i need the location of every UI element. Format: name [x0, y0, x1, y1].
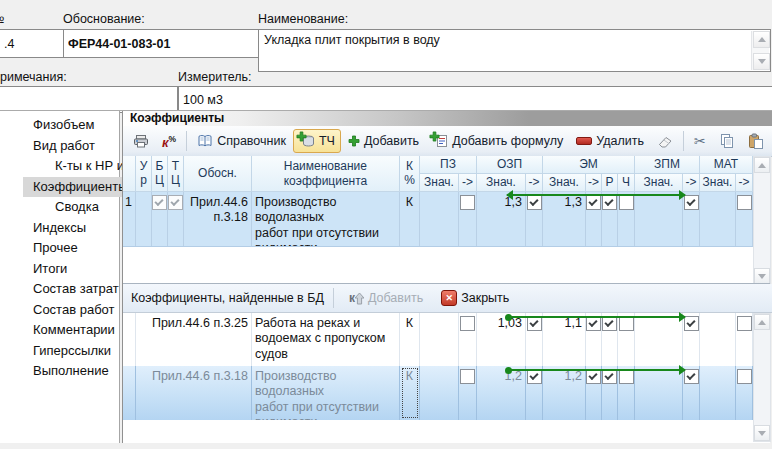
mat-apply-cell[interactable] [736, 313, 753, 366]
em-r-cell[interactable] [602, 192, 618, 246]
ozp-value-cell[interactable]: 1,3 [477, 192, 526, 246]
k-cell[interactable]: К [400, 192, 420, 246]
zpm-apply-cell[interactable] [683, 192, 700, 246]
pz-apply-cell[interactable] [459, 366, 477, 420]
em-apply-checkbox[interactable] [586, 369, 601, 384]
cut-button[interactable] [688, 129, 712, 153]
obosn-cell[interactable]: Прил.44.6 п.3.18 [136, 366, 252, 420]
ozp-apply-cell[interactable] [526, 313, 543, 366]
em-ch-cell[interactable] [618, 366, 635, 420]
name-textarea[interactable]: Укладка плит покрытия в воду [258, 29, 771, 72]
name-scrollbar[interactable] [751, 31, 769, 70]
ozp-value-cell[interactable]: 1,03 [477, 313, 526, 366]
pz-value-cell[interactable] [420, 313, 459, 366]
em-r-checkbox[interactable] [602, 316, 617, 331]
scroll-down-icon[interactable] [754, 268, 770, 284]
zpm-value-cell[interactable] [635, 192, 683, 246]
scroll-up-icon[interactable] [753, 31, 770, 48]
mat-apply-checkbox[interactable] [737, 316, 752, 331]
sidebar-item-koefficienty[interactable]: Коэффициенты [23, 177, 129, 197]
em-apply-checkbox[interactable] [586, 195, 601, 210]
name-cell[interactable]: Производство водолазных работ при отсутс… [252, 366, 400, 420]
zpm-value-cell[interactable] [635, 366, 683, 420]
tc-cell[interactable] [168, 192, 184, 246]
ozp-value-cell[interactable]: 1,2 [477, 366, 526, 420]
table-scrollbar[interactable] [753, 156, 771, 285]
eraser-button[interactable] [651, 129, 679, 153]
pz-apply-cell[interactable] [459, 313, 477, 366]
bd-close-button[interactable]: Закрыть [435, 286, 515, 310]
unit-input[interactable] [178, 86, 772, 113]
subheader-pz-znach: Знач. [420, 174, 459, 192]
mat-apply-cell[interactable] [736, 366, 753, 420]
add-button[interactable]: Добавить [342, 129, 425, 153]
pz-apply-cell[interactable] [459, 192, 477, 246]
paste-button[interactable] [742, 129, 770, 153]
em-apply-checkbox[interactable] [586, 316, 601, 331]
mat-value-cell[interactable] [700, 192, 736, 246]
em-ch-cell[interactable] [618, 192, 635, 246]
mat-value-cell[interactable] [700, 366, 736, 420]
bc-checkbox[interactable] [152, 195, 167, 210]
em-r-cell[interactable] [602, 313, 618, 366]
em-apply-cell[interactable] [586, 366, 602, 420]
add-formula-button[interactable]: Добавить формулу [426, 129, 569, 153]
ur-cell[interactable] [136, 192, 152, 246]
ozp-apply-checkbox[interactable] [527, 195, 542, 210]
subheader-mat-znach: Знач. [700, 174, 736, 192]
em-r-cell[interactable] [602, 366, 618, 420]
ozp-apply-cell[interactable] [526, 192, 543, 246]
em-apply-cell[interactable] [586, 192, 602, 246]
mat-value-cell[interactable] [700, 313, 736, 366]
ozp-apply-checkbox[interactable] [527, 369, 542, 384]
delete-button[interactable]: Удалить [570, 130, 650, 152]
k-cell[interactable]: К [400, 313, 420, 366]
ozp-apply-checkbox[interactable] [527, 316, 542, 331]
tc-checkbox[interactable] [168, 195, 183, 210]
k-cell-focused[interactable]: К [400, 366, 420, 420]
pz-value-cell[interactable] [420, 366, 459, 420]
bd-coefficient-row[interactable]: Прил.44.6 п.3.25 Работа на реках и водое… [123, 313, 753, 367]
bd-add-button[interactable]: к Добавить [343, 287, 429, 309]
em-ch-checkbox[interactable] [619, 316, 634, 331]
reference-button[interactable]: Справочник [191, 129, 292, 153]
pz-apply-checkbox[interactable] [460, 316, 475, 331]
pz-apply-checkbox[interactable] [460, 369, 475, 384]
obosn-cell[interactable]: Прил.44.6 п.3.18 [184, 192, 252, 246]
k-percent-button[interactable]: к% [156, 129, 182, 153]
pz-value-cell[interactable] [420, 192, 459, 246]
em-value-cell[interactable]: 1,3 [543, 192, 586, 246]
mat-apply-checkbox[interactable] [737, 195, 752, 210]
obosn-cell[interactable]: Прил.44.6 п.3.25 [136, 313, 252, 366]
em-value-cell[interactable]: 1,2 [543, 366, 586, 420]
em-r-checkbox[interactable] [602, 369, 617, 384]
subheader-ozp-arrow: -> [526, 174, 543, 192]
em-ch-cell[interactable] [618, 313, 635, 366]
mat-apply-checkbox[interactable] [737, 369, 752, 384]
zpm-value-cell[interactable] [635, 313, 683, 366]
copy-button[interactable] [713, 129, 741, 153]
pz-apply-checkbox[interactable] [460, 195, 475, 210]
em-r-checkbox[interactable] [602, 195, 617, 210]
ozp-apply-cell[interactable] [526, 366, 543, 420]
coefficient-row[interactable]: 1 Прил.44.6 п.3.18 Производство водолазн… [123, 192, 753, 247]
notes-input[interactable] [0, 86, 178, 113]
em-apply-cell[interactable] [586, 313, 602, 366]
bc-cell[interactable] [152, 192, 168, 246]
mat-apply-cell[interactable] [736, 192, 753, 246]
justification-input[interactable] [63, 29, 259, 58]
name-cell[interactable]: Производство водолазных работ при отсутс… [252, 192, 400, 246]
scroll-down-icon[interactable] [754, 425, 770, 441]
name-cell[interactable]: Работа на реках и водоемах с пропуском с… [252, 313, 400, 366]
scroll-up-icon[interactable] [754, 157, 770, 173]
scroll-down-icon[interactable] [753, 53, 770, 70]
number-input[interactable] [0, 29, 67, 58]
em-ch-checkbox[interactable] [619, 195, 634, 210]
bd-table-scrollbar[interactable] [753, 313, 771, 442]
print-button[interactable] [127, 129, 155, 153]
scroll-up-icon[interactable] [754, 314, 770, 330]
em-value-cell[interactable]: 1,1 [543, 313, 586, 366]
tch-toggle-button[interactable]: ТЧ [293, 129, 341, 153]
em-ch-checkbox[interactable] [619, 369, 634, 384]
bd-coefficient-row-selected[interactable]: Прил.44.6 п.3.18 Производство водолазных… [123, 366, 753, 420]
